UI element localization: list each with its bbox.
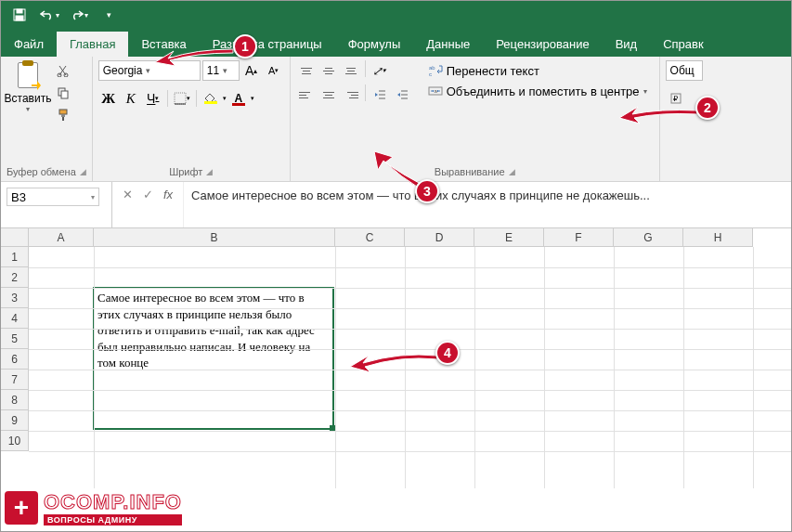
tab-file[interactable]: Файл: [1, 32, 57, 57]
svg-text:ab: ab: [429, 65, 435, 71]
svg-rect-9: [62, 117, 64, 121]
redo-icon[interactable]: ▾: [68, 4, 90, 26]
font-launcher-icon[interactable]: ◢: [206, 167, 213, 176]
watermark-plus-icon: +: [5, 491, 38, 525]
number-format-combo[interactable]: Общ: [666, 60, 703, 81]
tab-home[interactable]: Главная: [57, 32, 128, 57]
save-icon[interactable]: [8, 4, 31, 26]
wrap-text-label: Перенести текст: [447, 64, 539, 78]
row-head-7[interactable]: 7: [1, 370, 29, 390]
col-head-G[interactable]: G: [614, 228, 683, 247]
svg-rect-6: [61, 91, 68, 98]
ribbon-tabs: Файл Главная Вставка Разметка страницы Ф…: [1, 29, 791, 57]
row-head-4[interactable]: 4: [1, 308, 29, 329]
merge-center-label: Объединить и поместить в центре: [447, 84, 640, 98]
cancel-formula-icon[interactable]: ✕: [120, 188, 135, 201]
chevron-down-icon: ▾: [91, 193, 95, 201]
svg-text:c: c: [429, 71, 432, 77]
row-head-5[interactable]: 5: [1, 329, 29, 349]
row-head-2[interactable]: 2: [1, 267, 29, 288]
row-head-9[interactable]: 9: [1, 410, 29, 431]
quick-access-toolbar: ▾ ▾ ▾: [1, 1, 791, 29]
tab-formulas[interactable]: Формулы: [335, 32, 414, 57]
group-clipboard: Вставить ▾ Буфер обмена◢: [1, 57, 93, 181]
row-head-8[interactable]: 8: [1, 390, 29, 410]
cell-B3[interactable]: Самое интересное во всем этом — что в эт…: [94, 288, 330, 431]
increase-indent-icon[interactable]: [392, 84, 412, 105]
merge-center-button[interactable]: a Объединить и поместить в центре ▾: [422, 81, 654, 101]
row-head-10[interactable]: 10: [1, 431, 29, 451]
tab-view[interactable]: Вид: [603, 32, 651, 57]
undo-icon[interactable]: ▾: [38, 4, 60, 26]
borders-icon[interactable]: ▾: [172, 88, 192, 109]
group-clipboard-label: Буфер обмена: [6, 166, 76, 177]
align-launcher-icon[interactable]: ◢: [509, 167, 515, 176]
annotation-arrow-1: [149, 38, 242, 75]
font-name-value: Georgia: [103, 64, 143, 77]
paste-button[interactable]: Вставить ▾: [5, 60, 52, 113]
col-head-F[interactable]: F: [544, 228, 614, 247]
copy-icon[interactable]: [53, 83, 73, 103]
group-font: Georgia▾ 11▾ A▴ A▾ Ж К Ч▾ ▾ ▾ A ▾ Шрифт◢: [93, 57, 291, 181]
paste-label: Вставить: [5, 92, 52, 105]
align-bottom-icon[interactable]: [341, 60, 361, 81]
row-head-6[interactable]: 6: [1, 349, 29, 370]
decrease-indent-icon[interactable]: [370, 84, 390, 105]
font-color-icon[interactable]: A: [228, 88, 249, 109]
number-format-value: Общ: [670, 64, 695, 77]
bold-button[interactable]: Ж: [98, 88, 119, 109]
formula-text[interactable]: Самое интересное во всем этом — что в эт…: [184, 182, 791, 227]
decrease-font-icon[interactable]: A▾: [264, 60, 284, 81]
align-center-icon[interactable]: [318, 84, 339, 105]
wrap-text-button[interactable]: abc Перенести текст: [422, 60, 654, 81]
align-top-icon[interactable]: [296, 60, 317, 81]
annotation-callout-3: 3: [415, 179, 439, 203]
orientation-icon[interactable]: ⤢▾: [370, 60, 390, 81]
fx-icon[interactable]: fx: [161, 188, 175, 201]
col-head-E[interactable]: E: [474, 228, 544, 247]
watermark-brand: OCOMP.INFO: [44, 490, 182, 514]
col-head-C[interactable]: C: [335, 228, 405, 247]
increase-font-icon[interactable]: A▴: [241, 60, 262, 81]
align-middle-icon[interactable]: [318, 60, 339, 81]
row-head-3[interactable]: 3: [1, 288, 29, 308]
group-alignment: ⤢▾ abc Перенести текст a О: [291, 57, 660, 181]
enter-formula-icon[interactable]: ✓: [140, 188, 155, 201]
row-head-1[interactable]: 1: [1, 247, 29, 267]
tab-help[interactable]: Справк: [650, 32, 716, 57]
fill-color-icon[interactable]: [201, 88, 221, 109]
svg-rect-1: [17, 9, 22, 13]
annotation-arrow-2: [614, 99, 707, 133]
annotation-callout-1: 1: [233, 34, 257, 58]
tab-data[interactable]: Данные: [413, 32, 483, 57]
watermark: + OCOMP.INFO ВОПРОСЫ АДМИНУ: [5, 490, 182, 526]
align-right-icon[interactable]: [341, 84, 361, 105]
annotation-callout-2: 2: [695, 96, 720, 120]
watermark-sub: ВОПРОСЫ АДМИНУ: [44, 514, 182, 526]
name-box-value: B3: [11, 190, 26, 204]
underline-button[interactable]: Ч▾: [143, 88, 163, 109]
italic-button[interactable]: К: [121, 88, 141, 109]
col-head-H[interactable]: H: [683, 228, 753, 247]
col-head-D[interactable]: D: [405, 228, 474, 247]
svg-rect-2: [16, 16, 23, 20]
clipboard-launcher-icon[interactable]: ◢: [80, 167, 86, 176]
cut-icon[interactable]: [53, 60, 73, 81]
name-box[interactable]: B3 ▾: [6, 188, 99, 206]
format-painter-icon[interactable]: [53, 105, 73, 125]
annotation-callout-4: 4: [435, 341, 460, 365]
customize-qat-icon[interactable]: ▾: [97, 4, 120, 26]
col-head-B[interactable]: B: [94, 228, 335, 247]
align-left-icon[interactable]: [296, 84, 317, 105]
tab-review[interactable]: Рецензирование: [483, 32, 602, 57]
annotation-arrow-4: [344, 344, 447, 382]
svg-text:a: a: [434, 88, 437, 94]
svg-rect-8: [61, 114, 65, 117]
select-all-corner[interactable]: [1, 228, 29, 247]
group-font-label: Шрифт: [169, 166, 202, 177]
svg-rect-10: [175, 93, 186, 104]
group-align-label: Выравнивание: [435, 166, 505, 177]
col-head-A[interactable]: A: [29, 228, 94, 247]
svg-rect-7: [59, 110, 67, 114]
